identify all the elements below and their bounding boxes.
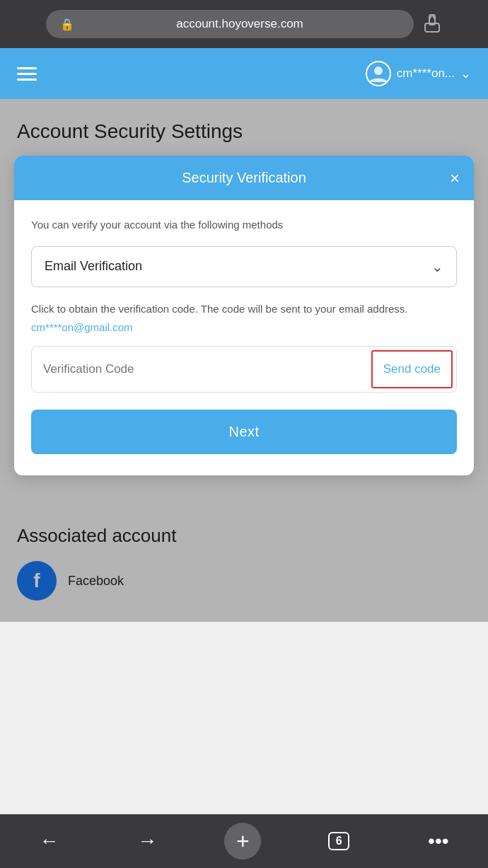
url-text: account.hoyoverse.com bbox=[80, 17, 400, 31]
hamburger-line-1 bbox=[17, 67, 37, 69]
svg-point-3 bbox=[374, 66, 383, 75]
modal-close-button[interactable]: × bbox=[450, 170, 460, 187]
new-tab-button[interactable]: + bbox=[224, 823, 261, 860]
security-verification-modal: Security Verification × You can verify y… bbox=[14, 156, 474, 475]
bottom-navigation-bar: ← → + 6 ••• bbox=[0, 814, 488, 868]
browser-bar: 🔒 account.hoyoverse.com bbox=[0, 0, 488, 48]
more-button[interactable]: ••• bbox=[417, 824, 460, 858]
modal-description: You can verify your account via the foll… bbox=[31, 217, 457, 233]
chevron-down-icon: ⌄ bbox=[460, 66, 471, 81]
navigation-bar: cm****on... ⌄ bbox=[0, 48, 488, 99]
back-button[interactable]: ← bbox=[28, 824, 70, 858]
verification-method-select[interactable]: Email Verification ⌄ bbox=[31, 246, 457, 287]
select-value-text: Email Verification bbox=[45, 259, 142, 274]
tabs-button[interactable]: 6 bbox=[317, 826, 361, 856]
select-chevron-icon: ⌄ bbox=[431, 258, 443, 275]
modal-body: You can verify your account via the foll… bbox=[14, 200, 474, 475]
lock-icon: 🔒 bbox=[60, 18, 74, 31]
email-address-link[interactable]: cm****on@gmail.com bbox=[31, 321, 457, 333]
share-button[interactable] bbox=[422, 13, 442, 35]
modal-title: Security Verification bbox=[182, 170, 306, 186]
hamburger-menu-button[interactable] bbox=[17, 67, 37, 81]
code-description-text: Click to obtain the verification code. T… bbox=[31, 301, 457, 318]
user-menu-button[interactable]: cm****on... ⌄ bbox=[366, 61, 471, 86]
forward-button[interactable]: → bbox=[126, 824, 168, 858]
hamburger-line-3 bbox=[17, 79, 37, 81]
page-content: Account Security Settings Security Verif… bbox=[0, 99, 488, 622]
hamburger-line-2 bbox=[17, 73, 37, 75]
modal-header: Security Verification × bbox=[14, 156, 474, 200]
user-name-text: cm****on... bbox=[397, 66, 455, 81]
verification-code-input[interactable] bbox=[32, 349, 368, 389]
next-button[interactable]: Next bbox=[31, 410, 457, 454]
send-code-button[interactable]: Send code bbox=[371, 349, 453, 389]
address-bar[interactable]: 🔒 account.hoyoverse.com bbox=[46, 10, 414, 38]
verification-code-row: Send code bbox=[31, 346, 457, 393]
share-icon bbox=[422, 13, 442, 33]
user-avatar-icon bbox=[366, 61, 391, 86]
tab-count-badge: 6 bbox=[328, 832, 349, 850]
